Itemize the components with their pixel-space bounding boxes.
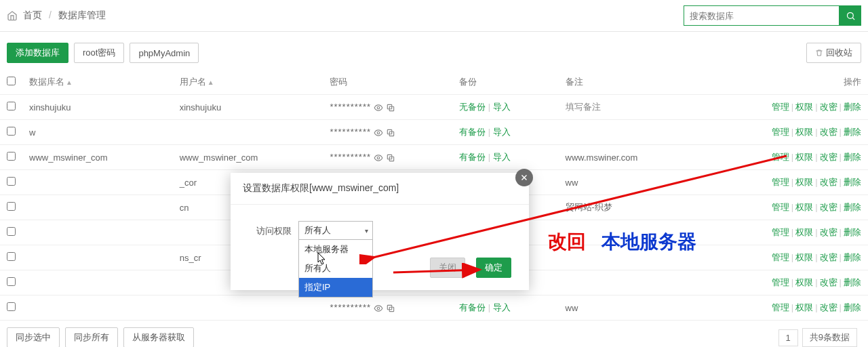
op-del[interactable]: 删除	[844, 177, 861, 187]
sync-selected-button[interactable]: 同步选中	[7, 327, 60, 347]
op-manage[interactable]: 管理	[772, 252, 789, 262]
phpmyadmin-button[interactable]: phpMyAdmin	[130, 43, 199, 63]
op-perm[interactable]: 权限	[795, 202, 813, 212]
remark-placeholder[interactable]: 填写备注	[566, 102, 601, 112]
select-display[interactable]: 所有人	[298, 221, 373, 240]
backup-has[interactable]: 有备份	[459, 127, 486, 137]
op-manage[interactable]: 管理	[772, 152, 789, 162]
op-del[interactable]: 删除	[844, 102, 861, 112]
modal-ok-button[interactable]: 确定	[476, 258, 511, 278]
op-del[interactable]: 删除	[844, 152, 861, 162]
op-chpwd[interactable]: 改密	[820, 302, 837, 312]
op-manage[interactable]: 管理	[772, 102, 789, 112]
svg-point-26	[377, 307, 380, 310]
select-option-local[interactable]: 本地服务器	[299, 240, 372, 259]
row-checkbox[interactable]	[7, 152, 16, 161]
op-del[interactable]: 删除	[844, 252, 861, 262]
op-perm[interactable]: 权限	[795, 302, 813, 312]
op-perm[interactable]: 权限	[795, 152, 813, 162]
row-checkbox[interactable]	[7, 177, 16, 186]
op-manage[interactable]: 管理	[772, 227, 789, 237]
op-chpwd[interactable]: 改密	[820, 177, 837, 187]
add-db-button[interactable]: 添加数据库	[7, 43, 68, 63]
eye-icon[interactable]	[374, 153, 383, 163]
select-option-all[interactable]: 所有人	[299, 259, 372, 278]
select-all-checkbox[interactable]	[7, 77, 16, 85]
sync-all-button[interactable]: 同步所有	[65, 327, 118, 347]
copy-icon[interactable]	[386, 128, 395, 138]
cell-remark: ww	[559, 170, 700, 195]
op-del[interactable]: 删除	[844, 302, 861, 312]
breadcrumb-sep: /	[49, 9, 52, 20]
op-del[interactable]: 删除	[844, 277, 861, 287]
modal-close-button[interactable]	[515, 169, 533, 186]
pager-total: 共9条数据	[802, 328, 857, 347]
row-checkbox[interactable]	[7, 252, 16, 261]
op-chpwd[interactable]: 改密	[820, 227, 837, 237]
row-checkbox[interactable]	[7, 102, 16, 110]
op-perm[interactable]: 权限	[795, 102, 813, 112]
row-checkbox[interactable]	[7, 302, 16, 311]
search-button[interactable]	[840, 5, 861, 26]
root-pwd-button[interactable]: root密码	[74, 43, 124, 63]
op-del[interactable]: 删除	[844, 127, 861, 137]
copy-icon[interactable]	[386, 103, 395, 113]
col-password: 密码	[323, 70, 452, 95]
copy-icon[interactable]	[386, 153, 395, 163]
row-checkbox[interactable]	[7, 227, 16, 236]
op-manage[interactable]: 管理	[772, 302, 789, 312]
import-link[interactable]: 导入	[493, 127, 511, 137]
remark-text[interactable]: www.mswiner.com	[566, 152, 638, 163]
op-chpwd[interactable]: 改密	[820, 277, 837, 287]
row-checkbox[interactable]	[7, 202, 16, 211]
breadcrumb-home[interactable]: 首页	[23, 9, 42, 20]
select-option-ip[interactable]: 指定IP	[299, 278, 372, 297]
import-link[interactable]: 导入	[493, 302, 511, 312]
cell-dbname	[22, 195, 173, 220]
op-manage[interactable]: 管理	[772, 202, 789, 212]
modal-cancel-button[interactable]: 关闭	[430, 258, 465, 278]
op-manage[interactable]: 管理	[772, 127, 789, 137]
op-perm[interactable]: 权限	[795, 277, 813, 287]
op-perm[interactable]: 权限	[795, 127, 813, 137]
import-link[interactable]: 导入	[493, 152, 511, 162]
svg-point-5	[377, 131, 380, 134]
op-chpwd[interactable]: 改密	[820, 202, 837, 212]
cell-dbname: www_mswiner_com	[22, 145, 173, 170]
op-chpwd[interactable]: 改密	[820, 152, 837, 162]
remark-text[interactable]: ww	[566, 303, 578, 313]
op-perm[interactable]: 权限	[795, 177, 813, 187]
import-link[interactable]: 导入	[493, 102, 511, 112]
backup-none[interactable]: 无备份	[459, 102, 486, 112]
table-row: w**********有备份 | 导入管理|权限|改密|删除	[0, 120, 868, 145]
op-perm[interactable]: 权限	[795, 227, 813, 237]
op-del[interactable]: 删除	[844, 202, 861, 212]
col-user[interactable]: 用户名▲	[173, 70, 323, 95]
op-manage[interactable]: 管理	[772, 277, 789, 287]
search-input[interactable]	[684, 5, 840, 26]
sort-icon: ▲	[208, 79, 214, 86]
eye-icon[interactable]	[374, 103, 383, 113]
eye-icon[interactable]	[374, 304, 383, 313]
row-checkbox[interactable]	[7, 277, 16, 286]
get-from-server-button[interactable]: 从服务器获取	[123, 327, 194, 347]
backup-has[interactable]: 有备份	[459, 152, 486, 162]
recycle-label: 回收站	[826, 47, 852, 59]
op-chpwd[interactable]: 改密	[820, 127, 837, 137]
op-chpwd[interactable]: 改密	[820, 252, 837, 262]
col-backup: 备份	[452, 70, 558, 95]
eye-icon[interactable]	[374, 128, 383, 138]
perm-select[interactable]: 所有人 本地服务器 所有人 指定IP	[298, 221, 373, 240]
op-manage[interactable]: 管理	[772, 177, 789, 187]
pager-page[interactable]: 1	[778, 329, 798, 346]
row-checkbox[interactable]	[7, 127, 16, 136]
op-chpwd[interactable]: 改密	[820, 102, 837, 112]
copy-icon[interactable]	[386, 304, 395, 313]
op-del[interactable]: 删除	[844, 227, 861, 237]
recycle-button[interactable]: 回收站	[806, 43, 861, 63]
remark-text[interactable]: ww	[566, 178, 578, 188]
col-dbname[interactable]: 数据库名▲	[22, 70, 173, 95]
remark-text[interactable]: 贸网站-织梦	[566, 202, 612, 212]
op-perm[interactable]: 权限	[795, 252, 813, 262]
backup-has[interactable]: 有备份	[459, 302, 486, 312]
